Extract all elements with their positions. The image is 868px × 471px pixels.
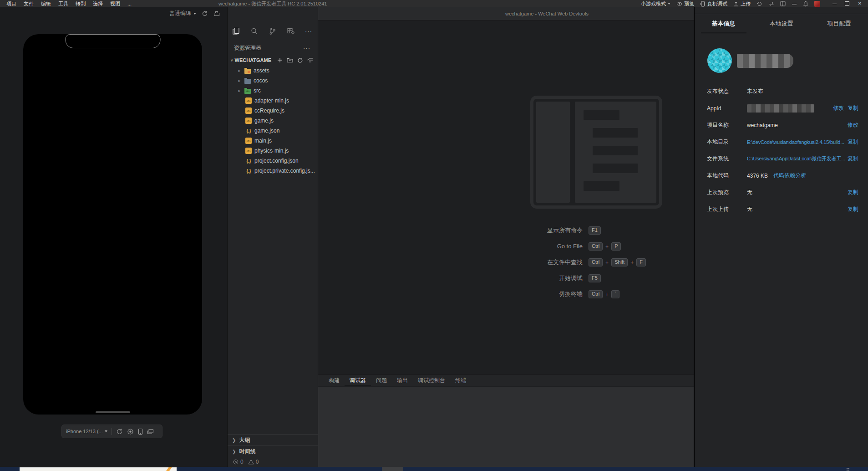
details-top-strip [695, 7, 868, 14]
menu-item-0[interactable]: 项目 [3, 0, 20, 7]
list-icon[interactable] [792, 2, 797, 6]
chevron-down-icon [668, 3, 670, 5]
detach-window-icon[interactable] [147, 429, 154, 435]
maximize-button[interactable] [841, 0, 853, 7]
extensions-icon[interactable] [287, 27, 294, 35]
tree-item[interactable]: ccRequire.js [228, 106, 318, 116]
problems-status[interactable]: 0 0 [228, 457, 318, 467]
detail-row: 上次预览无复制 [695, 184, 868, 201]
minimize-button[interactable] [828, 0, 841, 7]
more-actions-icon[interactable]: ··· [305, 28, 312, 35]
account-avatar[interactable] [707, 48, 732, 73]
device-screen[interactable] [23, 34, 202, 415]
tree-item[interactable]: project.private.config.js... [228, 166, 318, 176]
simulator-header: 普通编译 [169, 10, 220, 17]
home-background-icon[interactable] [213, 10, 220, 17]
tree-item[interactable]: main.js [228, 136, 318, 146]
menu-item-4[interactable]: 转到 [72, 0, 89, 7]
compile-mode-dropdown[interactable]: 普通编译 [169, 10, 196, 17]
restart-icon[interactable] [202, 10, 208, 17]
key-badge: F1 [589, 226, 601, 235]
action-link[interactable]: 复制 [848, 104, 858, 112]
switch-version-icon[interactable] [768, 1, 774, 6]
section-header-0[interactable]: ❯大纲 [228, 434, 318, 445]
details-tab-1[interactable]: 本地设置 [752, 14, 810, 33]
source-control-icon[interactable] [269, 27, 276, 35]
detail-value-text[interactable]: E:\devCode\wuxianxiaofangkuai2.4.15\buil… [747, 139, 844, 145]
tree-item[interactable]: adapter-min.js [228, 96, 318, 106]
tree-item[interactable]: game.json [228, 126, 318, 136]
details-tab-0[interactable]: 基本信息 [695, 14, 752, 33]
menu-item-5[interactable]: 选择 [89, 0, 107, 7]
rotate-icon[interactable] [116, 428, 123, 435]
menu-item-3[interactable]: 工具 [55, 0, 72, 7]
device-frame-icon[interactable] [138, 428, 143, 435]
action-link[interactable]: 复制 [848, 205, 858, 213]
tree-item[interactable]: ▸cocos [228, 76, 318, 86]
warning-count: 0 [256, 459, 259, 465]
tree-item[interactable]: ▸assets [228, 66, 318, 76]
close-icon: ✕ [858, 1, 862, 6]
files-icon[interactable] [232, 27, 240, 35]
detail-value-text[interactable]: C:\Users\yang\AppData\Local\微信开发者工... [747, 155, 845, 162]
menu-item-6[interactable]: 视图 [107, 0, 124, 7]
new-folder-icon[interactable] [287, 57, 293, 63]
action-link[interactable]: 复制 [848, 138, 858, 146]
project-details-panel: 基本信息本地设置项目配置 发布状态未发布AppId修改复制项目名称wechatg… [694, 7, 868, 467]
plus-separator: + [605, 259, 609, 266]
analysis-link[interactable]: 代码依赖分析 [773, 172, 806, 179]
record-icon[interactable] [127, 428, 134, 435]
details-tab-2[interactable]: 项目配置 [810, 14, 868, 33]
action-link[interactable]: 复制 [848, 155, 858, 163]
user-avatar[interactable] [814, 1, 820, 7]
chevron-right-icon: ▸ [237, 68, 242, 73]
tree-item[interactable]: physics-min.js [228, 146, 318, 156]
tree-item[interactable]: project.config.json [228, 156, 318, 166]
section-header-1[interactable]: ❯时间线 [228, 445, 318, 457]
explorer-title-row: 资源管理器 ··· [228, 41, 318, 55]
action-link[interactable]: 复制 [848, 189, 858, 196]
js-file-icon [245, 148, 252, 154]
action-link[interactable]: 修改 [833, 104, 844, 112]
refresh-icon[interactable] [297, 57, 303, 63]
detail-value-text: 无 [747, 189, 752, 196]
remote-debug-button[interactable]: 真机调试 [700, 0, 727, 7]
rollback-icon[interactable] [756, 1, 762, 7]
panel-tab-3[interactable]: 输出 [392, 375, 413, 386]
panel-tab-1[interactable]: 调试器 [345, 375, 371, 386]
game-mode-dropdown[interactable]: 小游戏模式 [641, 0, 670, 7]
tree-item[interactable]: ▸src [228, 86, 318, 96]
section-label: 时间线 [239, 448, 255, 456]
keyboard-shortcuts: 显示所有命令F1Go to FileCtrl+P在文件中查找Ctrl+Shift… [480, 222, 680, 302]
chevron-right-icon: ❯ [232, 438, 236, 443]
close-button[interactable]: ✕ [853, 0, 866, 7]
preview-button[interactable]: 预览 [676, 0, 694, 7]
taskbar-window-preview[interactable] [20, 467, 177, 471]
notifications-icon[interactable] [803, 1, 808, 7]
panel-tab-0[interactable]: 构建 [324, 375, 345, 386]
plus-separator: + [605, 291, 609, 297]
menu-item-2[interactable]: 编辑 [37, 0, 55, 7]
upload-button[interactable]: 上传 [733, 0, 751, 7]
tree-item[interactable]: game.js [228, 116, 318, 126]
device-selector[interactable]: iPhone 12/13 (... [66, 429, 107, 434]
more-icon[interactable]: ··· [303, 45, 310, 51]
project-root-row[interactable]: ∨ WECHATGAME [228, 55, 318, 66]
shortcut-label: 开始调试 [480, 274, 589, 282]
panel-tab-2[interactable]: 问题 [371, 375, 392, 386]
menu-item-1[interactable]: 文件 [20, 0, 37, 7]
taskbar-strip [0, 467, 868, 471]
panel-tab-5[interactable]: 终端 [450, 375, 471, 386]
search-icon[interactable] [250, 27, 258, 35]
action-link[interactable]: 修改 [848, 121, 858, 129]
key-badge: Shift [611, 258, 628, 266]
panel-tab-4[interactable]: 调试控制台 [413, 375, 450, 386]
detail-label: 上次上传 [707, 205, 747, 213]
taskbar-item[interactable] [382, 467, 403, 471]
menu-item-7[interactable]: ... [124, 0, 135, 7]
debugger-panel-content[interactable] [318, 387, 694, 467]
chevron-right-icon: ❯ [232, 449, 236, 454]
new-file-icon[interactable] [277, 57, 283, 63]
layout-grid-icon[interactable] [780, 1, 786, 6]
collapse-all-icon[interactable] [307, 57, 313, 63]
